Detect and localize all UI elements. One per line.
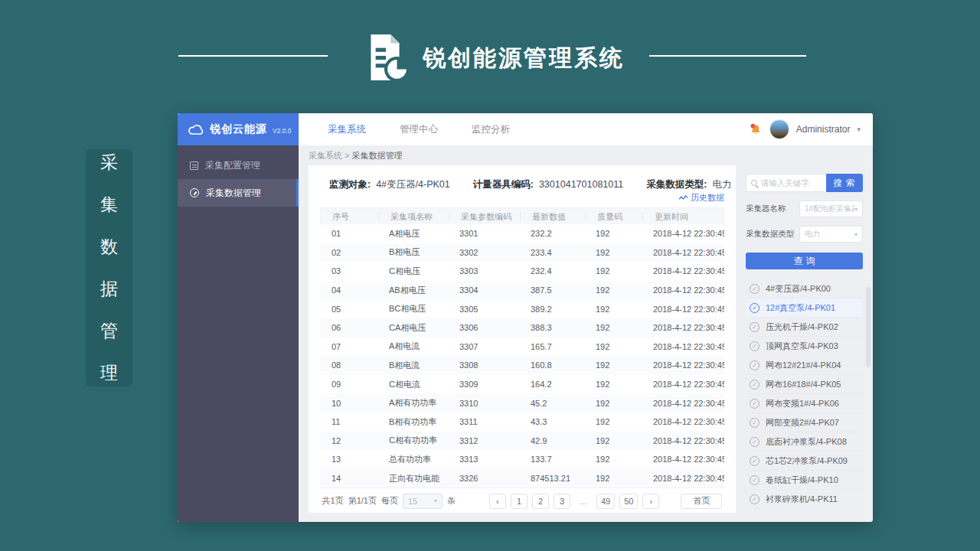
search-box[interactable] (746, 174, 826, 192)
table-row[interactable]: 11B相有功功率331143.31922018-4-12 22:30:45 (320, 412, 724, 432)
table-cell: 192 (584, 323, 642, 332)
search-button[interactable]: 搜 索 (826, 174, 863, 192)
table-cell: 2018-4-12 22:30:45 (642, 474, 724, 483)
nav-item[interactable]: 监控分析 (455, 113, 527, 145)
page-number-button[interactable]: 1 (511, 494, 528, 509)
device-item[interactable]: ✓衬浆碎浆机/4-PK11 (746, 490, 863, 509)
sidebar-item[interactable]: 采集配置管理 (178, 152, 299, 179)
search-icon (751, 180, 757, 186)
side-tab-char: 据 (100, 277, 118, 301)
sidebar-item[interactable]: 采集数据管理 (178, 179, 299, 207)
query-button[interactable]: 查询 (746, 253, 863, 269)
chevron-down-icon[interactable]: ▾ (857, 126, 861, 133)
table-row[interactable]: 08B相电流3308160.81922018-4-12 22:30:45 (320, 356, 724, 375)
side-tab-char: 采 (100, 151, 118, 174)
gauge-icon (190, 188, 199, 197)
table-cell: 232.4 (519, 266, 584, 276)
device-item[interactable]: ✓芯1芯2冲浆泵/4-PK09 (746, 452, 863, 471)
table-row[interactable]: 06CA相电压3306388.31922018-4-12 22:30:45 (320, 318, 724, 337)
table-row[interactable]: 14正向有功电能3326874513.211922018-4-12 22:30:… (320, 469, 724, 488)
device-list: ✓4#变压器/4-PK00✓12#真空泵/4-PK01✓压光机干燥/4-PK02… (746, 279, 863, 513)
table-cell: 正向有功电能 (377, 473, 448, 484)
pagination-bar: 共1页 第1/1页 每页 15 ▾ 条 ‹ 123...4950› 首页 (320, 487, 724, 514)
table-cell: 387.5 (519, 285, 584, 295)
table-cell: 192 (584, 380, 642, 389)
device-item[interactable]: ✓网部变频2#/4-PK07 (746, 413, 863, 432)
table-cell: B相有功功率 (377, 416, 448, 428)
device-item[interactable]: ✓网布12#21#/4-PK04 (746, 356, 863, 375)
table-cell: 2018-4-12 22:30:45 (642, 248, 724, 257)
info-field-label: 采集数据类型: (646, 179, 707, 190)
nav-item[interactable]: 采集系统 (311, 113, 383, 145)
table-cell: 192 (584, 248, 642, 257)
check-circle-icon: ✓ (750, 437, 760, 447)
device-item[interactable]: ✓网布16#18#/4-PK05 (746, 375, 863, 394)
user-name[interactable]: Administrator (796, 124, 851, 135)
table-cell: 05 (320, 305, 377, 314)
device-item-label: 网布16#18#/4-PK05 (766, 379, 841, 390)
app-logo-version: V2.0.0 (273, 127, 292, 135)
document-logo-icon (360, 32, 410, 83)
table-row[interactable]: 03C相电压3303232.41922018-4-12 22:30:45 (320, 262, 724, 281)
nav-item[interactable]: 管理中心 (383, 113, 455, 145)
collector-select[interactable]: 1#配电柜采集器 ▾ (799, 201, 863, 217)
device-item[interactable]: ✓压光机干燥/4-PK02 (746, 318, 863, 337)
datatype-filter-row: 采集数据类型 电力 ▾ (746, 226, 863, 243)
table-row[interactable]: 07A相电流3307165.71922018-4-12 22:30:45 (320, 337, 724, 357)
table-cell: 233.4 (519, 248, 584, 257)
side-tab-char: 理 (100, 361, 118, 385)
vertical-module-tab: 采集数据管理 (86, 149, 132, 386)
info-field: 采集数据类型:电力 (646, 178, 731, 191)
table-row[interactable]: 04AB相电压3304387.51922018-4-12 22:30:45 (320, 281, 724, 300)
table-cell: 2018-4-12 22:30:45 (642, 360, 724, 370)
device-item[interactable]: ✓4#变压器/4-PK00 (746, 279, 863, 298)
table-cell: 388.3 (519, 323, 584, 332)
table-row[interactable]: 09C相电流3309164.21922018-4-12 22:30:45 (320, 375, 724, 394)
table-cell: 232.2 (519, 229, 584, 238)
prev-page-button[interactable]: ‹ (489, 494, 506, 509)
table-row[interactable]: 02B相电压3302233.41922018-4-12 22:30:45 (320, 243, 724, 262)
notification-bell-icon[interactable] (749, 122, 763, 137)
search-input[interactable] (761, 178, 822, 187)
page-number-button[interactable]: 50 (619, 494, 638, 509)
info-field-value: 电力 (712, 179, 731, 190)
datatype-label: 采集数据类型 (746, 229, 795, 240)
table-cell: A相有功功率 (377, 397, 448, 409)
table-row[interactable]: 13总有功功率3313133.71922018-4-12 22:30:45 (320, 450, 724, 469)
table-header-cell: 序号 (321, 212, 378, 221)
history-data-link[interactable]: 历史数据 (678, 192, 724, 204)
avatar[interactable] (769, 119, 789, 139)
app-topbar: 锐创云能源 V2.0.0 采集系统管理中心监控分析 Administrator … (178, 113, 873, 145)
device-item[interactable]: ✓顶网真空泵/4-PK03 (746, 337, 863, 356)
table-cell: A相电流 (377, 341, 448, 352)
table-cell: 13 (320, 455, 377, 464)
per-page-select[interactable]: 15 ▾ (403, 494, 443, 509)
table-row[interactable]: 12C相有功功率331242.91922018-4-12 22:30:45 (320, 432, 724, 451)
table-row[interactable]: 01A相电压3301232.21922018-4-12 22:30:45 (320, 224, 724, 243)
next-page-button[interactable]: › (642, 494, 659, 509)
device-item[interactable]: ✓卷纸缸干燥/4-PK10 (746, 471, 863, 490)
table-header-cell: 质量码 (585, 212, 642, 221)
datatype-select[interactable]: 电力 ▾ (799, 226, 863, 243)
device-item[interactable]: ✓底面衬冲浆泵/4-PK08 (746, 432, 863, 452)
breadcrumb-parent[interactable]: 采集系统 (309, 151, 342, 160)
info-field: 计量器具编码:3301041701081011 (473, 178, 623, 191)
main-row: 监测对象:4#变压器/4-PK01计量器具编码:3301041701081011… (309, 165, 863, 522)
first-page-button[interactable]: 首页 (681, 494, 722, 509)
device-item-label: 顶网真空泵/4-PK03 (766, 341, 838, 352)
page-number-button[interactable]: 3 (554, 494, 570, 509)
scrollbar-thumb[interactable] (866, 287, 871, 367)
top-nav: 采集系统管理中心监控分析 (311, 113, 527, 145)
page-number-button[interactable]: 49 (596, 494, 615, 509)
chevron-down-icon: ▾ (854, 206, 858, 213)
table-cell: 3311 (448, 417, 519, 426)
page-number-button[interactable]: 2 (532, 494, 549, 509)
table-header-cell: 更新时间 (642, 212, 724, 221)
info-field-label: 计量器具编码: (473, 179, 534, 190)
table-row[interactable]: 05BC相电压3305389.21922018-4-12 22:30:45 (320, 299, 724, 318)
table-row[interactable]: 10A相有功功率331045.21922018-4-12 22:30:45 (320, 393, 724, 412)
table-cell: 11 (320, 417, 377, 426)
side-tab-char: 集 (100, 193, 118, 217)
device-item[interactable]: ✓网布变频1#/4-PK06 (746, 394, 863, 413)
device-item[interactable]: ✓12#真空泵/4-PK01 (746, 298, 863, 318)
